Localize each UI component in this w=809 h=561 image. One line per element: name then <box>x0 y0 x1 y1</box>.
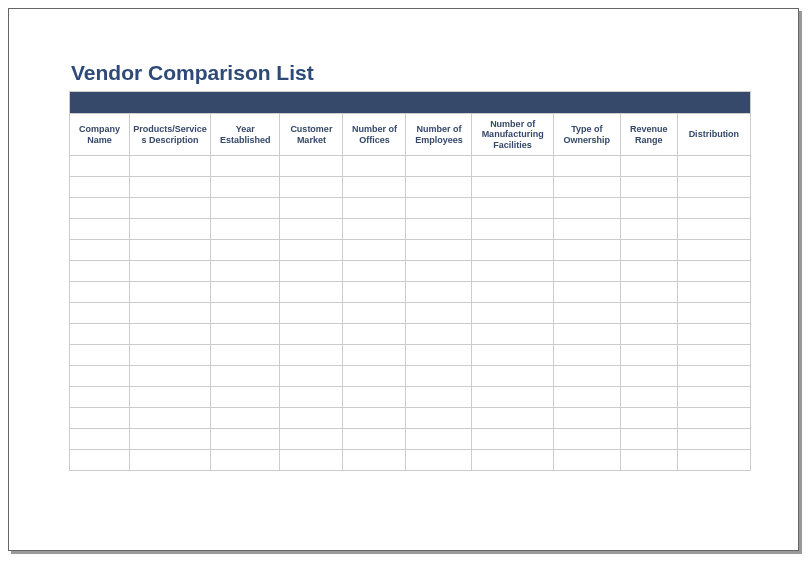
table-cell[interactable] <box>211 177 280 198</box>
table-cell[interactable] <box>343 219 406 240</box>
table-cell[interactable] <box>406 366 472 387</box>
table-cell[interactable] <box>677 429 750 450</box>
table-cell[interactable] <box>620 387 677 408</box>
table-cell[interactable] <box>211 429 280 450</box>
table-cell[interactable] <box>343 261 406 282</box>
table-cell[interactable] <box>406 177 472 198</box>
table-cell[interactable] <box>70 219 130 240</box>
table-cell[interactable] <box>280 282 343 303</box>
table-cell[interactable] <box>211 387 280 408</box>
table-cell[interactable] <box>70 261 130 282</box>
table-cell[interactable] <box>620 366 677 387</box>
table-cell[interactable] <box>472 366 553 387</box>
table-cell[interactable] <box>343 408 406 429</box>
table-cell[interactable] <box>677 240 750 261</box>
table-cell[interactable] <box>280 387 343 408</box>
table-cell[interactable] <box>280 240 343 261</box>
table-cell[interactable] <box>70 366 130 387</box>
table-cell[interactable] <box>70 303 130 324</box>
table-cell[interactable] <box>129 429 210 450</box>
table-cell[interactable] <box>129 303 210 324</box>
col-header-customer-market[interactable]: Customer Market <box>280 114 343 156</box>
table-cell[interactable] <box>129 387 210 408</box>
table-cell[interactable] <box>406 282 472 303</box>
table-cell[interactable] <box>620 345 677 366</box>
table-cell[interactable] <box>129 219 210 240</box>
table-cell[interactable] <box>129 177 210 198</box>
table-cell[interactable] <box>406 240 472 261</box>
table-cell[interactable] <box>620 261 677 282</box>
table-cell[interactable] <box>620 282 677 303</box>
col-header-number-offices[interactable]: Number of Offices <box>343 114 406 156</box>
table-cell[interactable] <box>211 324 280 345</box>
table-cell[interactable] <box>553 450 620 471</box>
table-cell[interactable] <box>620 219 677 240</box>
table-cell[interactable] <box>70 408 130 429</box>
table-cell[interactable] <box>280 219 343 240</box>
table-cell[interactable] <box>406 156 472 177</box>
table-cell[interactable] <box>472 345 553 366</box>
table-cell[interactable] <box>553 198 620 219</box>
table-cell[interactable] <box>677 198 750 219</box>
table-cell[interactable] <box>70 282 130 303</box>
table-cell[interactable] <box>70 429 130 450</box>
table-cell[interactable] <box>343 345 406 366</box>
table-cell[interactable] <box>472 429 553 450</box>
table-cell[interactable] <box>129 324 210 345</box>
table-cell[interactable] <box>472 324 553 345</box>
table-cell[interactable] <box>553 408 620 429</box>
table-cell[interactable] <box>280 345 343 366</box>
table-cell[interactable] <box>406 261 472 282</box>
table-cell[interactable] <box>211 303 280 324</box>
table-cell[interactable] <box>677 303 750 324</box>
table-cell[interactable] <box>343 303 406 324</box>
table-cell[interactable] <box>472 282 553 303</box>
table-cell[interactable] <box>472 408 553 429</box>
table-cell[interactable] <box>280 156 343 177</box>
table-cell[interactable] <box>129 261 210 282</box>
col-header-manufacturing-facilities[interactable]: Number of Manufacturing Facilities <box>472 114 553 156</box>
table-cell[interactable] <box>343 366 406 387</box>
table-cell[interactable] <box>620 324 677 345</box>
table-cell[interactable] <box>677 450 750 471</box>
table-cell[interactable] <box>553 156 620 177</box>
table-cell[interactable] <box>406 387 472 408</box>
table-cell[interactable] <box>472 219 553 240</box>
table-cell[interactable] <box>280 450 343 471</box>
table-cell[interactable] <box>343 324 406 345</box>
col-header-number-employees[interactable]: Number of Employees <box>406 114 472 156</box>
table-cell[interactable] <box>70 387 130 408</box>
table-cell[interactable] <box>211 261 280 282</box>
table-cell[interactable] <box>553 261 620 282</box>
table-cell[interactable] <box>677 282 750 303</box>
table-cell[interactable] <box>677 366 750 387</box>
table-cell[interactable] <box>129 282 210 303</box>
table-cell[interactable] <box>553 387 620 408</box>
table-cell[interactable] <box>211 450 280 471</box>
table-cell[interactable] <box>620 303 677 324</box>
table-cell[interactable] <box>129 450 210 471</box>
table-cell[interactable] <box>472 156 553 177</box>
table-cell[interactable] <box>620 156 677 177</box>
table-cell[interactable] <box>70 198 130 219</box>
table-cell[interactable] <box>211 198 280 219</box>
table-cell[interactable] <box>406 324 472 345</box>
table-cell[interactable] <box>211 345 280 366</box>
table-cell[interactable] <box>129 366 210 387</box>
table-cell[interactable] <box>211 282 280 303</box>
table-cell[interactable] <box>406 303 472 324</box>
table-cell[interactable] <box>280 324 343 345</box>
table-cell[interactable] <box>677 387 750 408</box>
table-cell[interactable] <box>472 387 553 408</box>
table-cell[interactable] <box>472 450 553 471</box>
table-cell[interactable] <box>211 408 280 429</box>
table-cell[interactable] <box>677 156 750 177</box>
table-cell[interactable] <box>280 408 343 429</box>
table-cell[interactable] <box>406 450 472 471</box>
table-cell[interactable] <box>70 156 130 177</box>
table-cell[interactable] <box>472 240 553 261</box>
table-cell[interactable] <box>343 429 406 450</box>
table-cell[interactable] <box>553 240 620 261</box>
table-cell[interactable] <box>129 198 210 219</box>
col-header-revenue-range[interactable]: Revenue Range <box>620 114 677 156</box>
